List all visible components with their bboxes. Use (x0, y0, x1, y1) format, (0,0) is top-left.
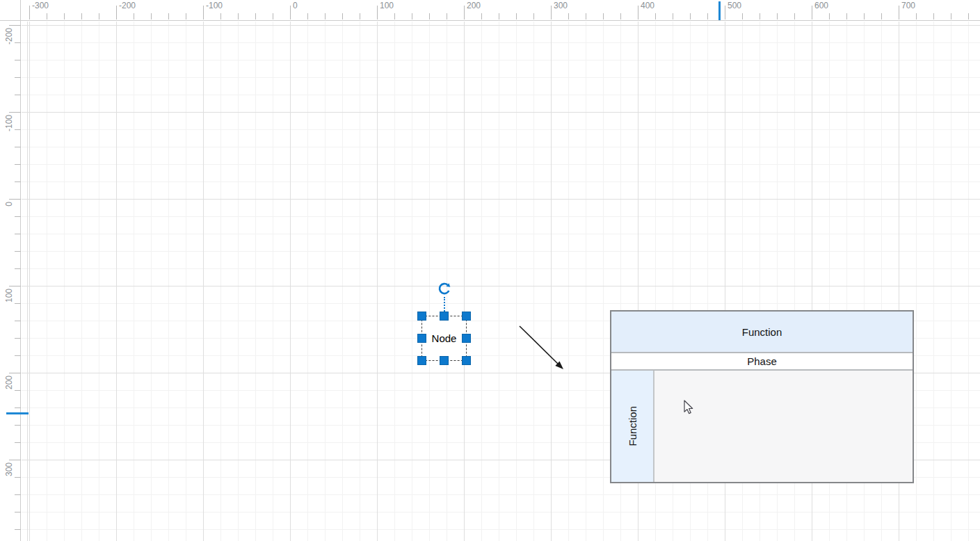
table-header-row[interactable]: Function (611, 312, 913, 353)
resize-handle-bottom-left[interactable] (417, 356, 426, 365)
v-ruler-tick (15, 268, 21, 269)
h-ruler-tick (186, 13, 186, 19)
v-ruler-tick (9, 25, 21, 26)
h-ruler-tick (603, 13, 604, 19)
resize-handle-bottom-right[interactable] (462, 356, 471, 365)
h-ruler-tick (846, 13, 847, 19)
v-ruler-tick (15, 234, 21, 234)
resize-handle-middle-left[interactable] (417, 334, 426, 343)
h-ruler-label: 400 (641, 1, 654, 10)
h-ruler-tick (447, 13, 447, 19)
v-ruler-label: 0 (4, 202, 14, 207)
h-ruler-tick (533, 13, 534, 19)
table-header-label: Function (742, 326, 782, 338)
h-ruler-tick (255, 13, 256, 19)
ruler-corner (0, 0, 21, 21)
swimlane-table[interactable]: Function Phase Function (610, 310, 914, 483)
h-ruler-tick (81, 13, 82, 19)
v-ruler-tick (15, 321, 21, 321)
h-ruler-label: 100 (380, 1, 394, 10)
h-ruler-tick (777, 13, 778, 19)
h-ruler-tick (586, 13, 586, 19)
h-ruler-tick (568, 13, 569, 19)
h-ruler-tick (429, 13, 430, 19)
h-ruler-tick (690, 13, 691, 19)
v-ruler-tick (9, 373, 21, 373)
diagram-stage: -300-200-1000100200300400500600700 -200-… (0, 0, 980, 541)
h-ruler-tick (707, 13, 708, 19)
h-ruler-tick (916, 13, 917, 19)
h-ruler-tick (638, 6, 638, 19)
h-ruler-label: -200 (119, 1, 136, 10)
h-ruler-tick (47, 13, 47, 19)
h-ruler-tick (342, 13, 343, 19)
h-ruler-tick (290, 6, 291, 19)
h-ruler-tick (725, 6, 725, 19)
h-ruler-tick (220, 13, 221, 19)
v-ruler-tick (15, 390, 21, 391)
rotate-handle-icon[interactable] (437, 281, 452, 296)
node-label: Node (432, 332, 457, 344)
table-lane-header[interactable]: Function (611, 371, 654, 482)
v-ruler-label: 100 (4, 289, 14, 302)
v-ruler-tick (15, 164, 21, 165)
table-lane-label: Function (627, 406, 638, 446)
h-ruler-tick (360, 13, 360, 19)
h-ruler-tick (760, 13, 760, 19)
v-ruler-label: 200 (4, 376, 14, 389)
horizontal-ruler: -300-200-1000100200300400500600700 (21, 0, 980, 21)
resize-handle-top-center[interactable] (440, 312, 449, 321)
v-ruler-tick (15, 355, 21, 356)
v-ruler-label: 300 (4, 462, 14, 476)
v-ruler-tick (15, 77, 21, 78)
h-ruler-tick (673, 13, 673, 19)
v-ruler-tick (15, 147, 21, 147)
h-ruler-tick (412, 13, 412, 19)
v-ruler-tick (15, 42, 21, 43)
arrow-link[interactable] (515, 320, 570, 376)
h-ruler-tick (951, 13, 951, 19)
h-ruler-label: 700 (901, 1, 915, 10)
selected-node[interactable]: Node (421, 316, 467, 361)
v-ruler-tick (15, 494, 21, 495)
v-ruler-label: -100 (4, 115, 14, 131)
v-ruler-tick (15, 529, 21, 530)
v-ruler-tick (9, 286, 21, 286)
h-ruler-tick (99, 13, 99, 19)
v-ruler-tick (15, 251, 21, 252)
h-ruler-tick (64, 13, 65, 19)
resize-handle-top-left[interactable] (417, 312, 426, 321)
h-ruler-tick (377, 6, 378, 19)
table-lane-cell[interactable] (654, 371, 913, 482)
v-ruler-tick (15, 129, 21, 130)
h-ruler-tick (116, 6, 117, 19)
h-ruler-label: -300 (32, 1, 49, 10)
table-phase-row[interactable]: Phase (611, 353, 913, 371)
h-ruler-tick (655, 13, 656, 19)
resize-handle-top-right[interactable] (462, 312, 471, 321)
h-ruler-label: -100 (206, 1, 223, 10)
resize-handle-middle-right[interactable] (462, 334, 471, 343)
h-ruler-tick (794, 13, 795, 19)
v-ruler-tick (15, 425, 21, 426)
h-ruler-tick (168, 13, 169, 19)
v-ruler-tick (15, 303, 21, 304)
v-ruler-tick (9, 199, 21, 200)
v-ruler-tick (15, 407, 21, 408)
h-ruler-tick (151, 13, 152, 19)
h-ruler-label: 300 (554, 1, 568, 10)
v-ruler-tick (15, 216, 21, 217)
resize-handle-bottom-center[interactable] (440, 356, 449, 365)
h-ruler-tick (899, 6, 899, 19)
h-ruler-tick (203, 6, 204, 19)
h-ruler-label: 200 (467, 1, 481, 10)
h-ruler-tick (394, 13, 395, 19)
h-ruler-tick (864, 13, 865, 19)
v-ruler-tick (15, 512, 21, 512)
v-ruler-label: -200 (4, 28, 14, 45)
h-ruler-label: 0 (293, 1, 298, 10)
h-ruler-tick (551, 6, 552, 19)
v-ruler-tick (15, 338, 21, 339)
h-ruler-tick (134, 13, 134, 19)
h-ruler-tick (933, 13, 934, 19)
